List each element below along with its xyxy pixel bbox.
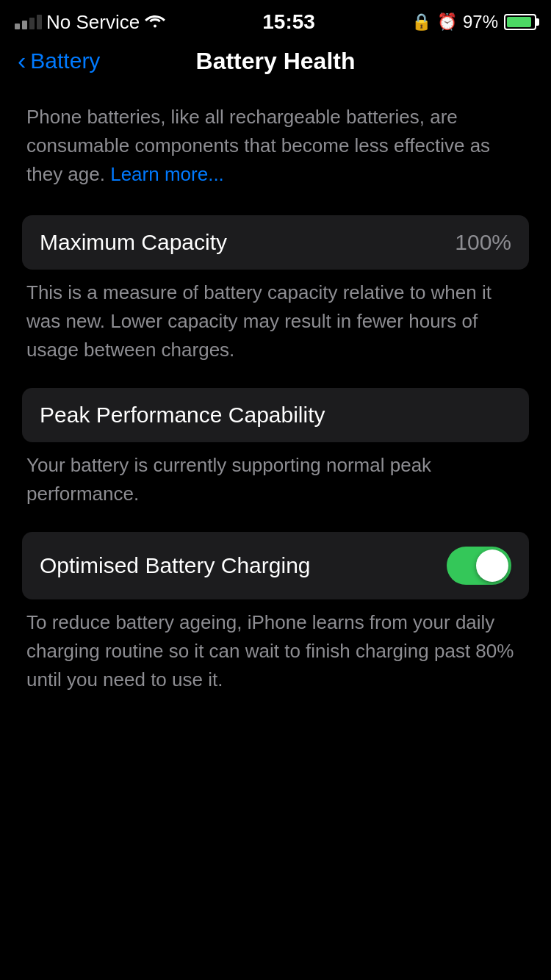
learn-more-link[interactable]: Learn more... xyxy=(110,163,224,185)
optimised-charging-description: To reduce battery ageing, iPhone learns … xyxy=(22,608,529,694)
maximum-capacity-title: Maximum Capacity xyxy=(40,230,227,255)
alarm-icon: ⏰ xyxy=(437,12,457,32)
battery-fill xyxy=(507,17,531,27)
maximum-capacity-card: Maximum Capacity 100% xyxy=(22,215,529,270)
back-button[interactable]: ‹ Battery xyxy=(18,48,100,73)
optimised-charging-toggle[interactable] xyxy=(447,547,511,585)
wifi-icon xyxy=(144,12,166,32)
signal-bars-icon xyxy=(15,15,42,29)
optimised-charging-title: Optimised Battery Charging xyxy=(40,553,311,578)
peak-performance-title: Peak Performance Capability xyxy=(40,403,325,428)
nav-header: ‹ Battery Battery Health xyxy=(0,41,551,88)
rotation-lock-icon: 🔒 xyxy=(411,12,431,32)
intro-paragraph: Phone batteries, like all rechargeable b… xyxy=(22,103,529,189)
status-right: 🔒 ⏰ 97% xyxy=(411,12,536,32)
back-chevron-icon: ‹ xyxy=(18,48,26,73)
no-service-label: No Service xyxy=(46,11,140,34)
maximum-capacity-row: Maximum Capacity 100% xyxy=(40,230,511,255)
optimised-charging-card: Optimised Battery Charging xyxy=(22,532,529,599)
peak-performance-description: Your battery is currently supporting nor… xyxy=(22,451,529,508)
battery-body xyxy=(504,14,536,30)
signal-bar-3 xyxy=(29,18,35,29)
signal-bar-2 xyxy=(22,21,27,29)
battery-icon xyxy=(504,14,536,30)
toggle-knob xyxy=(476,550,508,582)
signal-bar-1 xyxy=(15,24,20,29)
signal-bar-4 xyxy=(37,15,42,29)
status-left: No Service xyxy=(15,11,166,34)
peak-performance-row: Peak Performance Capability xyxy=(40,403,511,428)
back-label: Battery xyxy=(30,48,100,73)
status-bar: No Service 15:53 🔒 ⏰ 97% xyxy=(0,0,551,41)
page-title: Battery Health xyxy=(196,48,356,75)
optimised-charging-row: Optimised Battery Charging xyxy=(40,547,511,585)
maximum-capacity-value: 100% xyxy=(455,230,511,255)
main-content: Phone batteries, like all rechargeable b… xyxy=(0,88,551,724)
battery-percent: 97% xyxy=(463,12,498,32)
maximum-capacity-description: This is a measure of battery capacity re… xyxy=(22,278,529,364)
intro-text-main: Phone batteries, like all rechargeable b… xyxy=(26,106,490,185)
peak-performance-card: Peak Performance Capability xyxy=(22,388,529,442)
time-display: 15:53 xyxy=(262,10,315,34)
